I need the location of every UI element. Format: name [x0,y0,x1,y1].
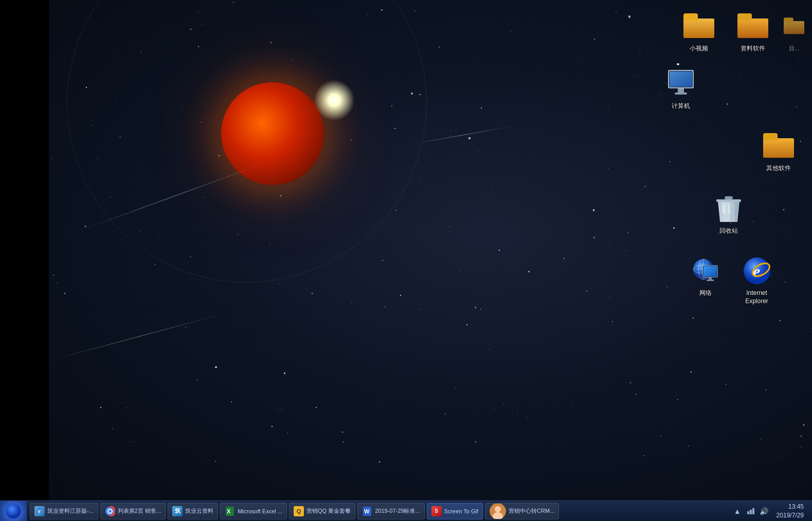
system-clock: 13:45 2019/7/29 [772,503,808,520]
desktop-icon-recycle[interactable]: 回收站 [706,190,752,237]
svg-rect-27 [703,266,717,276]
word-icon-svg: W [362,506,372,516]
desktop-icon-ziliao-ruanjian[interactable]: 资料软件 [730,8,776,55]
tray-icon-1[interactable]: ▲ [732,506,743,516]
system-tray: ▲ 🔊 13:45 2019/7/29 [728,501,812,521]
ie-svg: e [742,255,772,286]
icon-label-partial: 日... [789,45,799,52]
taskbar-item-qq[interactable]: Q 营销QQ 黄金套餐 [289,503,355,519]
tray-network-svg [746,507,755,515]
lens-flare [314,80,355,121]
network-svg [690,257,721,285]
taskbar-icon-qq: Q [294,506,304,516]
svg-rect-14 [763,133,778,140]
icon-label-computer: 计算机 [672,102,690,110]
svg-text:Y: Y [38,509,41,514]
computer-svg [665,69,696,99]
taskbar-icon-liebiao [105,506,115,516]
folder-svg [683,13,714,39]
network-ie-row: 网络 e [658,252,804,307]
taskbar-label-yunziliao: 筑业云资料 [185,507,213,515]
taskbar-label-liebiao: 列表第2页 销售... [118,507,161,515]
icon-label-ziliao-ruanjian: 资料软件 [741,45,765,53]
svg-point-44 [495,506,501,512]
icon-label-network: 网络 [699,289,712,297]
svg-rect-15 [725,196,733,199]
desktop-icon-qita-ruanjian[interactable]: 其他软件 [755,127,802,175]
desktop: 小视频 资料软件 [0,0,812,521]
taskbar-label-screen-to-gif: Screen To Gif [444,508,478,514]
excel-icon-svg: X [225,506,235,516]
folder-icon-xiao-shipin [682,10,715,43]
folder-svg-2 [737,13,768,39]
svg-rect-29 [707,280,714,281]
taskbar-label-yiye-jiangsu: 筑业资料江苏版-... [47,507,94,515]
tray-volume-icon[interactable]: 🔊 [759,506,769,516]
taskbar-icon-word: W [362,506,372,516]
taskbar-icon-crm [490,503,506,519]
taskbar-item-liebiao[interactable]: 列表第2页 销售... [100,503,166,519]
other-software-row: 其他软件 [658,127,804,175]
taskbar-icon-svg-1: Y [35,507,44,515]
svg-rect-1 [683,18,714,38]
icon-label-qita-ruanjian: 其他软件 [766,164,791,173]
svg-rect-7 [784,17,793,22]
svg-rect-46 [747,511,749,514]
svg-rect-13 [763,138,794,158]
svg-rect-12 [675,92,687,95]
clock-date: 2019/7/29 [777,511,804,520]
taskbar-label-excel: Microsoft Excel ... [238,508,282,514]
desktop-icon-ie[interactable]: e Internet Explorer [734,252,780,307]
taskbar-label-word: 2019-07-29标准... [375,507,420,515]
folder-svg-qita [763,133,794,159]
desktop-icons-area: 小视频 资料软件 [658,0,812,308]
icon-label-ie: Internet Explorer [745,289,768,305]
computer-icon [664,67,697,100]
taskbar-item-yunziliao[interactable]: 筑 筑业云资料 [168,503,218,519]
svg-rect-2 [683,13,698,21]
start-button[interactable] [0,501,27,522]
taskbar-items: Y 筑业资料江苏版-... 列表第2页 销售... [27,501,728,521]
svg-rect-5 [737,13,752,21]
taskbar: Y 筑业资料江苏版-... 列表第2页 销售... [0,500,812,521]
svg-rect-6 [784,21,804,34]
svg-rect-47 [750,510,752,514]
desktop-icon-computer[interactable]: 计算机 [658,65,704,113]
recycle-row: 回收站 [658,190,804,237]
svg-text:W: W [364,508,370,514]
folder-icon-qita-ruanjian [762,129,795,162]
taskbar-item-yiye-jiangsu[interactable]: Y 筑业资料江苏版-... [30,503,98,519]
network-icon [689,254,722,287]
crm-avatar-svg [490,503,506,519]
folder-icon-partial [784,10,804,43]
left-panel [0,0,49,521]
taskbar-item-crm[interactable]: 营销中心转CRM... [485,503,559,519]
svg-rect-11 [678,88,684,92]
desktop-icon-xiao-shipin[interactable]: 小视频 [676,8,722,55]
svg-text:X: X [227,508,231,514]
ie-icon: e [741,254,773,287]
moon [221,82,324,185]
taskbar-icon-screen-to-gif: S [431,506,442,516]
taskbar-item-excel[interactable]: X Microsoft Excel ... [220,503,287,519]
tray-network-icon[interactable] [746,506,756,516]
svg-point-38 [109,510,112,513]
folder-svg-partial [784,13,804,39]
desktop-icon-network[interactable]: 网络 [682,252,729,307]
desktop-icon-partial-right[interactable]: 日... [784,8,804,55]
chrome-icon [105,506,115,516]
top-icon-row: 小视频 资料软件 [658,8,804,55]
folder-icon-ziliao-ruanjian [736,10,769,43]
taskbar-icon-yunziliao: 筑 [172,506,183,516]
computer-row: 计算机 [658,65,804,113]
recycle-svg [714,193,743,224]
start-orb [5,503,22,519]
taskbar-icon-yiye-jiangsu: Y [34,506,45,516]
icon-label-recycle: 回收站 [719,227,738,235]
taskbar-item-word[interactable]: W 2019-07-29标准... [357,503,424,519]
recycle-icon [712,192,745,225]
svg-rect-10 [670,71,692,87]
taskbar-icon-excel: X [225,506,235,516]
icon-label-xiao-shipin: 小视频 [690,45,708,53]
taskbar-item-screen-to-gif[interactable]: S Screen To Gif [427,503,483,519]
